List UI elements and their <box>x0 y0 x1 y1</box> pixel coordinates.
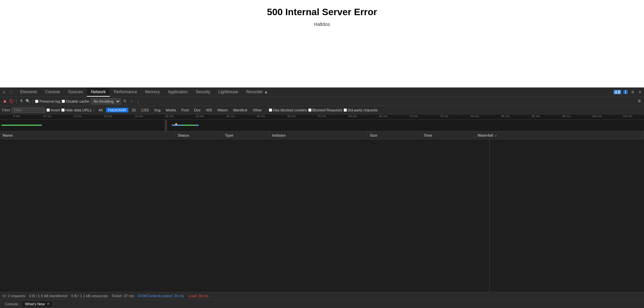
page-title: 500 Internal Server Error <box>267 7 377 18</box>
filter-doc[interactable]: Doc <box>192 108 203 112</box>
tab-console[interactable]: Console <box>41 88 64 97</box>
tl-55ms: 55 ms <box>307 114 337 119</box>
filter-img[interactable]: Img <box>152 108 162 112</box>
network-table-body[interactable] <box>0 139 644 292</box>
th-name[interactable]: Name <box>0 131 175 139</box>
tl-5ms: 5 ms <box>1 114 32 119</box>
import-icon[interactable]: ↑ <box>129 99 134 104</box>
disable-cache-label[interactable]: Disable cache <box>62 99 89 103</box>
third-party-text: 3rd-party requests <box>348 108 378 112</box>
page-subtitle: Haltdos <box>314 22 330 27</box>
settings-gear-icon[interactable]: ⚙ <box>637 99 642 104</box>
console-tab-whatsnew[interactable]: What's New ✕ <box>22 301 52 307</box>
timeline-chart <box>0 120 644 131</box>
devtools-panel-icons: ⌸ ⬚ <box>1 90 13 95</box>
has-blocked-cookies-label[interactable]: Has blocked cookies <box>269 108 307 112</box>
blocked-requests-checkbox[interactable] <box>308 108 312 112</box>
tab-lighthouse[interactable]: Lighthouse <box>214 88 242 97</box>
tab-network[interactable]: Network <box>87 88 110 97</box>
filter-media[interactable]: Media <box>164 108 178 112</box>
filter-manifest[interactable]: Manifest <box>231 108 249 112</box>
filter-input[interactable] <box>11 107 45 113</box>
tl-100ms: 100 ms <box>582 114 612 119</box>
preserve-log-text: Preserve log <box>39 99 60 103</box>
console-tab-console[interactable]: Console <box>2 301 21 307</box>
tl-105ms: 105 ms <box>612 114 643 119</box>
th-size[interactable]: Size <box>367 131 421 139</box>
tab-recorder[interactable]: Recorder ▲ <box>242 88 272 97</box>
filter-all[interactable]: All <box>96 108 104 112</box>
tab-sources[interactable]: Sources <box>64 88 87 97</box>
filter-bar: Filter Invert Hide data URLs | All Fetch… <box>0 106 644 114</box>
filter-css[interactable]: CSS <box>139 108 151 112</box>
status-bar: 0 / 2 requests 0 B / 1.5 kB transferred … <box>0 292 644 299</box>
hide-data-urls-checkbox[interactable] <box>61 108 65 112</box>
th-waterfall[interactable]: Waterfall ▲ <box>475 131 644 139</box>
th-name-label: Name <box>3 133 13 137</box>
th-status[interactable]: Status <box>175 131 222 139</box>
tl-45ms: 45 ms <box>246 114 276 119</box>
tab-memory[interactable]: Memory <box>141 88 164 97</box>
tl-70ms: 70 ms <box>398 114 429 119</box>
devtools-tabs: Elements Console Sources Network Perform… <box>16 88 614 97</box>
invert-label[interactable]: Invert <box>46 108 60 112</box>
invert-text: Invert <box>51 108 60 112</box>
tl-60ms: 60 ms <box>337 114 368 119</box>
waterfall-line-1 <box>489 139 490 292</box>
hide-data-urls-label[interactable]: Hide data URLs <box>61 108 92 112</box>
tl-80ms: 80 ms <box>459 114 490 119</box>
blocked-requests-label[interactable]: Blocked Requests <box>308 108 342 112</box>
filter-font[interactable]: Font <box>179 108 191 112</box>
export-icon[interactable]: ↓ <box>136 99 141 104</box>
table-header: Name Status Type Initiator Size Time Wat… <box>0 131 644 139</box>
tl-dot-yellow <box>175 123 177 125</box>
preserve-log-label[interactable]: Preserve log <box>35 99 60 103</box>
filter-ws[interactable]: WS <box>204 108 214 112</box>
filter-other[interactable]: Other <box>251 108 264 112</box>
search-icon[interactable]: 🔍 <box>25 99 31 104</box>
filter-label: Filter <box>2 108 10 112</box>
tl-50ms: 50 ms <box>276 114 307 119</box>
th-initiator-label: Initiator <box>272 133 286 137</box>
th-time[interactable]: Time <box>421 131 475 139</box>
dom-content-loaded: DOMContentLoaded: 30 ms <box>138 294 184 298</box>
filter-icon[interactable]: ⚗ <box>19 99 24 104</box>
tab-security[interactable]: Security <box>192 88 214 97</box>
badge-notifications: ● 2 <box>614 90 621 94</box>
whatsnew-tab-label: What's New <box>25 302 44 306</box>
throttle-select[interactable]: No throttling <box>91 98 121 104</box>
filter-wasm[interactable]: Wasm <box>216 108 230 112</box>
filter-js[interactable]: JS <box>130 108 138 112</box>
network-conditions-icon[interactable]: ⇅ <box>122 99 128 104</box>
tl-20ms: 20 ms <box>93 114 124 119</box>
filter-fetchxhr[interactable]: Fetch/XHR <box>106 108 128 112</box>
console-tab-label: Console <box>5 302 18 306</box>
close-whatsnew-tab[interactable]: ✕ <box>47 302 50 306</box>
third-party-label[interactable]: 3rd-party requests <box>344 108 378 112</box>
record-button[interactable]: ⏺ <box>2 99 7 104</box>
has-blocked-cookies-checkbox[interactable] <box>269 108 272 112</box>
preserve-log-checkbox[interactable] <box>35 100 38 103</box>
th-type-label: Type <box>225 133 233 137</box>
th-type[interactable]: Type <box>222 131 269 139</box>
tl-85ms: 85 ms <box>490 114 521 119</box>
th-initiator[interactable]: Initiator <box>269 131 367 139</box>
tl-35ms: 35 ms <box>185 114 215 119</box>
tab-performance[interactable]: Performance <box>110 88 141 97</box>
tab-elements[interactable]: Elements <box>16 88 41 97</box>
invert-checkbox[interactable] <box>46 108 50 112</box>
filter-sep: | <box>94 108 95 112</box>
tab-application[interactable]: Application <box>164 88 192 97</box>
toggle-device-icon[interactable]: ⌸ <box>1 90 7 95</box>
tl-30ms: 30 ms <box>154 114 185 119</box>
devtools-topbar-right: ● 2 1 ⚙ ✕ <box>614 90 643 95</box>
clear-button[interactable]: 🚫 <box>9 99 14 104</box>
third-party-checkbox[interactable] <box>344 108 347 112</box>
inspect-icon[interactable]: ⬚ <box>8 90 13 95</box>
tl-15ms: 15 ms <box>62 114 93 119</box>
close-devtools-icon[interactable]: ✕ <box>637 90 643 95</box>
tl-bar-green2 <box>182 125 195 126</box>
tl-65ms: 65 ms <box>368 114 398 119</box>
disable-cache-checkbox[interactable] <box>62 100 65 103</box>
settings-icon[interactable]: ⚙ <box>630 90 635 95</box>
